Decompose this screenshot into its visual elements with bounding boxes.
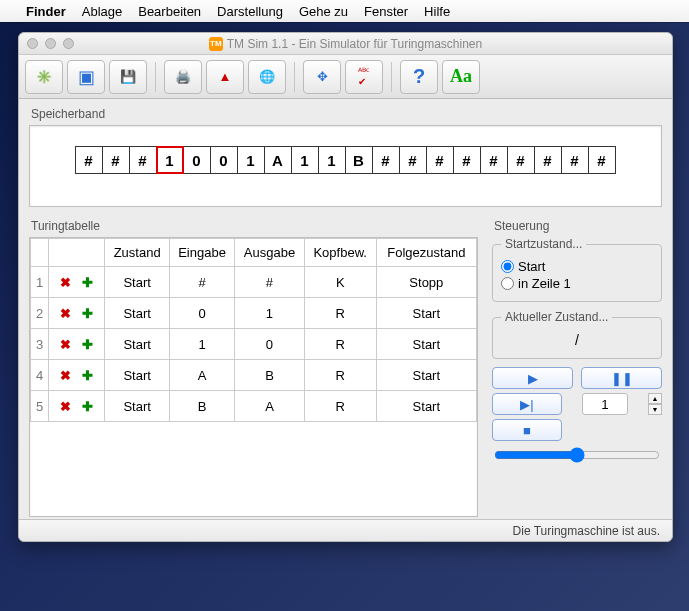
cell-state[interactable]: Start [105,298,169,329]
tape-cell[interactable]: # [588,146,616,174]
tape-cell[interactable]: # [561,146,589,174]
tape-cell[interactable]: 1 [156,146,184,174]
tape-cell[interactable]: 1 [237,146,265,174]
check-button[interactable]: ᴬᴮᶜ✔ [345,60,383,94]
font-button[interactable]: Aa [442,60,480,94]
tape-cell[interactable]: # [426,146,454,174]
radio-line1[interactable]: in Zeile 1 [501,276,653,291]
cell-state[interactable]: Start [105,391,169,422]
cell-output[interactable]: 1 [235,298,304,329]
cell-input[interactable]: A [169,360,234,391]
stop-button[interactable]: ■ [492,419,562,441]
app-menu[interactable]: Finder [26,4,66,19]
cell-move[interactable]: K [304,267,376,298]
tape-cell[interactable]: # [507,146,535,174]
delete-row-button[interactable]: ✖ [57,366,75,384]
step-up[interactable]: ▲ [648,393,662,404]
delete-row-button[interactable]: ✖ [57,304,75,322]
delete-row-button[interactable]: ✖ [57,335,75,353]
menu-gehezu[interactable]: Gehe zu [299,4,348,19]
help-button[interactable]: ? [400,60,438,94]
menu-darstellung[interactable]: Darstellung [217,4,283,19]
table-row: 3✖✚Start10RStart [31,329,477,360]
radio-start[interactable]: Start [501,259,653,274]
tape-cell[interactable]: # [534,146,562,174]
cell-input[interactable]: # [169,267,234,298]
cell-next[interactable]: Start [376,329,476,360]
main-window: TM TM Sim 1.1 - Ein Simulator für Turing… [18,32,673,542]
cell-next[interactable]: Stopp [376,267,476,298]
cell-output[interactable]: # [235,267,304,298]
speed-slider[interactable] [494,447,660,463]
cell-move[interactable]: R [304,329,376,360]
tape-cell[interactable]: # [102,146,130,174]
move-button[interactable]: ✥ [303,60,341,94]
col-header [31,239,49,267]
tape-cell[interactable]: B [345,146,373,174]
tape-cell[interactable]: 1 [291,146,319,174]
tape-cell[interactable]: # [453,146,481,174]
web-button[interactable]: 🌐 [248,60,286,94]
tape-cell[interactable]: # [480,146,508,174]
table-row: 2✖✚Start01RStart [31,298,477,329]
print-button[interactable]: 🖨️ [164,60,202,94]
add-row-button[interactable]: ✚ [79,335,97,353]
cell-move[interactable]: R [304,360,376,391]
delete-row-button[interactable]: ✖ [57,397,75,415]
step-count-input[interactable] [582,393,628,415]
step-button[interactable]: ▶| [492,393,562,415]
menu-bearbeiten[interactable]: Bearbeiten [138,4,201,19]
help-icon: ? [413,65,425,88]
pdf-button[interactable]: ▲ [206,60,244,94]
folder-icon: ▣ [78,66,95,88]
cell-output[interactable]: A [235,391,304,422]
current-state-value: / [501,330,653,350]
tape-cell[interactable]: # [75,146,103,174]
radio-line1-input[interactable] [501,277,514,290]
play-button[interactable]: ▶ [492,367,573,389]
cell-move[interactable]: R [304,298,376,329]
tape-cell[interactable]: 1 [318,146,346,174]
tape-cell[interactable]: A [264,146,292,174]
cell-next[interactable]: Start [376,391,476,422]
tape-cell[interactable]: 0 [183,146,211,174]
toolbar-divider [391,62,392,92]
globe-icon: 🌐 [259,69,275,84]
cell-output[interactable]: B [235,360,304,391]
cell-state[interactable]: Start [105,329,169,360]
table-header-row: ZustandEingabeAusgabeKopfbew.Folgezustan… [31,239,477,267]
col-header: Folgezustand [376,239,476,267]
new-button[interactable]: ✳️ [25,60,63,94]
open-button[interactable]: ▣ [67,60,105,94]
step-icon: ▶| [520,397,533,412]
tape-cell[interactable]: # [372,146,400,174]
current-state-legend: Aktueller Zustand... [501,310,612,324]
tape-cell[interactable]: 0 [210,146,238,174]
macos-menubar: Finder Ablage Bearbeiten Darstellung Geh… [0,0,689,22]
radio-start-input[interactable] [501,260,514,273]
cell-output[interactable]: 0 [235,329,304,360]
step-down[interactable]: ▼ [648,404,662,415]
cell-input[interactable]: 1 [169,329,234,360]
tape-cell[interactable]: # [399,146,427,174]
step-stepper[interactable]: ▲ ▼ [648,393,662,415]
save-button[interactable]: 💾 [109,60,147,94]
delete-row-button[interactable]: ✖ [57,273,75,291]
pause-button[interactable]: ❚❚ [581,367,662,389]
current-state-group: Aktueller Zustand... / [492,310,662,359]
add-row-button[interactable]: ✚ [79,366,97,384]
tape-cell[interactable]: # [129,146,157,174]
cell-state[interactable]: Start [105,360,169,391]
add-row-button[interactable]: ✚ [79,273,97,291]
cell-state[interactable]: Start [105,267,169,298]
menu-fenster[interactable]: Fenster [364,4,408,19]
cell-next[interactable]: Start [376,360,476,391]
cell-next[interactable]: Start [376,298,476,329]
add-row-button[interactable]: ✚ [79,304,97,322]
add-row-button[interactable]: ✚ [79,397,97,415]
cell-input[interactable]: B [169,391,234,422]
cell-move[interactable]: R [304,391,376,422]
menu-ablage[interactable]: Ablage [82,4,122,19]
menu-hilfe[interactable]: Hilfe [424,4,450,19]
cell-input[interactable]: 0 [169,298,234,329]
